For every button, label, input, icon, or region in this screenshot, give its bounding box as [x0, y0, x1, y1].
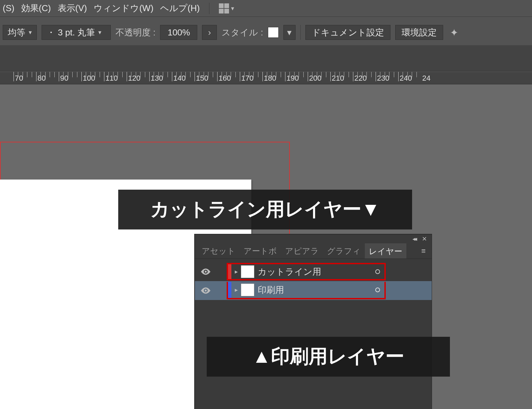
svg-point-2: [205, 290, 207, 292]
target-icon[interactable]: [371, 269, 384, 274]
uniform-dropdown[interactable]: 均等 ▾: [3, 25, 37, 40]
eye-icon: [201, 268, 210, 275]
arrange-grid-icon: [219, 3, 229, 13]
tab-label: アートボ: [244, 246, 277, 256]
svg-point-0: [205, 271, 207, 273]
layer-thumbnail: [241, 283, 254, 296]
ruler-number: 150: [196, 74, 208, 83]
tab-label: アピアラ: [285, 246, 319, 256]
horizontal-ruler[interactable]: 7080901001101201301401501601701801902002…: [0, 72, 532, 84]
ruler-number: 100: [83, 74, 95, 83]
layer-color-red: [228, 264, 231, 279]
ruler-number: 240: [400, 74, 412, 83]
ruler-number: 180: [264, 74, 276, 83]
graphic-style-swatch[interactable]: [268, 27, 279, 38]
ruler-number: 140: [173, 74, 186, 83]
highlight-box: ▸ 印刷用: [227, 282, 386, 299]
close-icon[interactable]: ✕: [422, 235, 427, 243]
uniform-label: 均等: [8, 27, 25, 38]
layer-thumbnail: [241, 265, 254, 278]
ruler-number: 90: [60, 74, 68, 83]
highlight-box: ▸ カットライン用: [227, 263, 386, 280]
opacity-value: 100%: [168, 27, 190, 38]
ruler-number: 70: [15, 74, 23, 83]
annotation-print-layer: ▲印刷用レイヤー: [207, 337, 450, 377]
tab-appearance[interactable]: アピアラ: [281, 243, 323, 258]
document-setup-label: ドキュメント設定: [312, 27, 384, 38]
annotation-cutline-layer: カットライン用レイヤー▼: [118, 190, 412, 229]
style-dropdown[interactable]: ▾: [283, 25, 296, 40]
ruler-number: 80: [37, 74, 46, 83]
stroke-profile-dropdown[interactable]: ・ 3 pt. 丸筆 ▾: [42, 25, 111, 40]
panel-titlebar: ◂◂ ✕: [195, 235, 432, 243]
separator: [300, 25, 301, 40]
svg-point-3: [376, 288, 380, 292]
ruler-number: 120: [128, 74, 141, 83]
preferences-button[interactable]: 環境設定: [395, 25, 443, 40]
ruler-number: 220: [354, 74, 367, 83]
ruler-number: 110: [105, 74, 118, 83]
target-icon[interactable]: [371, 287, 384, 293]
ruler-number: 230: [377, 74, 389, 83]
chevron-down-icon: ▾: [98, 29, 101, 36]
tab-layers[interactable]: レイヤー: [365, 243, 406, 258]
eye-icon: [201, 287, 210, 294]
ruler-number: 210: [332, 74, 344, 83]
chevron-down-icon: ▾: [29, 29, 32, 36]
layer-name[interactable]: 印刷用: [258, 284, 371, 296]
arrange-documents-button[interactable]: ▾: [219, 3, 234, 13]
opacity-input[interactable]: 100%: [160, 25, 197, 40]
chevron-right-icon: ›: [208, 27, 211, 38]
annotation-print-text: ▲印刷用レイヤー: [252, 344, 404, 370]
collapse-icon[interactable]: ◂◂: [412, 235, 416, 243]
chevron-down-icon: ▾: [231, 5, 234, 12]
style-label: スタイル :: [222, 27, 263, 38]
layer-color-blue: [228, 282, 231, 298]
layer-row-print[interactable]: ▸ 印刷用: [195, 281, 432, 300]
ruler-number: 200: [309, 74, 322, 83]
panel-tabs: アセット アートボ アピアラ グラフィ レイヤー ≡: [195, 243, 432, 259]
panel-menu-icon[interactable]: ≡: [419, 247, 429, 255]
ruler-number: 130: [151, 74, 163, 83]
chevron-down-icon: ▾: [287, 27, 292, 38]
layer-name[interactable]: カットライン用: [258, 266, 371, 278]
disclosure-triangle[interactable]: ▸: [231, 268, 241, 275]
svg-point-1: [376, 270, 380, 274]
tab-assets[interactable]: アセット: [198, 243, 239, 258]
control-bar: 均等 ▾ ・ 3 pt. 丸筆 ▾ 不透明度 : 100% › スタイル : ▾…: [0, 23, 532, 42]
menu-window[interactable]: ウィンドウ(W): [94, 2, 153, 14]
layer-row-cutline[interactable]: ▸ カットライン用: [195, 262, 432, 281]
visibility-toggle[interactable]: [195, 287, 217, 294]
visibility-toggle[interactable]: [195, 268, 217, 275]
tab-label: アセット: [202, 246, 235, 256]
separator: [209, 3, 209, 14]
ruler-number: 190: [286, 74, 299, 83]
application-menubar: (S) 効果(C) 表示(V) ウィンドウ(W) ヘルプ(H) ▾: [0, 0, 532, 17]
annotation-cutline-text: カットライン用レイヤー▼: [150, 197, 380, 222]
layer-list: ▸ カットライン用 ▸ 印刷用: [195, 259, 432, 303]
tab-label: レイヤー: [369, 246, 402, 257]
tab-label: グラフィ: [327, 246, 361, 256]
opacity-popup-button[interactable]: ›: [202, 25, 217, 40]
menu-view[interactable]: 表示(V): [58, 2, 87, 14]
ruler-number: 24: [422, 74, 430, 83]
empty-tab-strip: [0, 45, 532, 72]
pin-icon[interactable]: ✦: [450, 27, 458, 38]
preferences-label: 環境設定: [402, 27, 437, 38]
ruler-number: 170: [241, 74, 254, 83]
stroke-profile-value: ・ 3 pt. 丸筆: [47, 27, 95, 38]
menu-help[interactable]: ヘルプ(H): [160, 2, 200, 14]
ruler-number: 160: [219, 74, 231, 83]
menu-select[interactable]: (S): [3, 3, 15, 13]
tab-graphic[interactable]: グラフィ: [323, 243, 365, 258]
menu-effect[interactable]: 効果(C): [21, 2, 51, 14]
layers-panel: ◂◂ ✕ アセット アートボ アピアラ グラフィ レイヤー ≡ ▸ カットライン…: [195, 234, 432, 409]
disclosure-triangle[interactable]: ▸: [231, 286, 241, 294]
tab-artboards[interactable]: アートボ: [239, 243, 281, 258]
opacity-label: 不透明度 :: [116, 27, 155, 38]
document-setup-button[interactable]: ドキュメント設定: [305, 25, 390, 40]
